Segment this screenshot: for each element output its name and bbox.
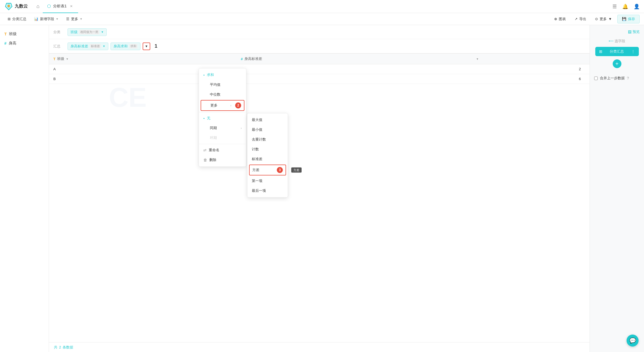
col-extra-sort-icon[interactable]: ▼	[476, 57, 479, 60]
save-icon: 💾	[622, 17, 626, 21]
main-layout: T 班级 # 身高 分类 班级 相同值为一类 ▼	[0, 25, 644, 352]
submenu-item-last[interactable]: 最后一项	[247, 186, 288, 196]
logo-text: 九数云	[15, 4, 28, 9]
save-button[interactable]: 💾 保存	[617, 15, 640, 23]
fields-panel: T 班级 # 身高	[0, 25, 49, 352]
submenu-dedup-label: 去重计数	[252, 137, 266, 142]
svg-point-2	[8, 5, 10, 7]
menu-item-sum[interactable]: ● 求和	[199, 70, 246, 80]
more-left-button[interactable]: ☰ 更多 ▼	[63, 15, 86, 23]
add-node-button[interactable]: +	[613, 59, 621, 68]
classify-summary-button[interactable]: ⊞ 分类汇总	[4, 15, 30, 23]
dropdown-trigger-button[interactable]: ▼	[143, 43, 150, 50]
col-class-sort-icon[interactable]: ▼	[66, 57, 69, 60]
preview-link[interactable]: 🖼 预览	[624, 28, 644, 35]
tab-icon: ⬡	[47, 4, 51, 9]
preview-label: 预览	[633, 29, 640, 34]
classify-tag-sub-label: 相同值为一类	[79, 30, 99, 34]
submenu-item-min[interactable]: 最小值	[247, 125, 288, 135]
menu-item-none[interactable]: ● 无	[199, 113, 246, 123]
more-right-label: 更多	[600, 17, 607, 22]
summary-tag-std-sub: 标准差	[90, 44, 101, 48]
right-panel: 🖼 预览 ⟵ 选字段 ⊞ 分类汇总 ⋮ + 合并上一步数据 ?	[590, 25, 644, 352]
submenu-first-label: 第一项	[252, 178, 262, 183]
logo-icon	[4, 2, 13, 11]
tab-analysis1[interactable]: ⬡ 分析表1 ✕	[43, 0, 78, 13]
chart-icon: ⊕	[554, 17, 557, 21]
more-right-button[interactable]: ⊙ 更多 ▼	[592, 15, 615, 23]
submenu-item-dedup[interactable]: 去重计数	[247, 135, 288, 144]
variance-tooltip: 方差	[291, 168, 302, 173]
submenu-item-variance[interactable]: 方差 3 方差	[249, 165, 286, 175]
add-field-button[interactable]: 📊 新增字段 ▼	[31, 15, 62, 23]
submenu-item-std[interactable]: 标准差	[247, 154, 288, 164]
more-right-arrow-icon: ▼	[608, 17, 612, 21]
field-item-class[interactable]: T 班级	[0, 29, 49, 39]
submenu-last-label: 最后一项	[252, 188, 266, 193]
notification-icon[interactable]: 🔔	[622, 4, 628, 10]
classify-node[interactable]: ⊞ 分类汇总 ⋮	[595, 47, 639, 56]
summary-tag-sum-sub: 求和	[129, 44, 137, 48]
logo: 九数云	[4, 2, 28, 11]
menu-delete-label: 删除	[209, 157, 216, 162]
menu-item-tongqi[interactable]: 同期 ›	[199, 123, 246, 133]
help-icon[interactable]: ?	[627, 76, 629, 80]
submenu-item-count[interactable]: 计数	[247, 144, 288, 154]
menu-item-more[interactable]: 更多 › 2	[201, 100, 244, 111]
summary-tag-std[interactable]: 身高标准差 标准差 ▼	[68, 43, 108, 50]
menu-icon[interactable]: ☰	[612, 4, 617, 10]
chart-label: 图表	[559, 17, 566, 22]
submenu-more: 最大值 最小值 去重计数 计数 标准差 方差 3 方差 第一项 最后一项	[247, 113, 288, 198]
submenu-variance-label: 方差	[252, 168, 259, 172]
summary-row-label: 汇总	[53, 44, 64, 49]
more-left-arrow-icon: ▼	[80, 17, 82, 20]
summary-tag-sum-label: 身高求和	[114, 44, 128, 49]
menu-huanqi-label: 环期	[210, 135, 217, 140]
menu-item-rename[interactable]: ⇄ 重命名	[199, 145, 246, 155]
col-height-std-header: # 身高标准差	[237, 54, 472, 64]
center-content: 分类 班级 相同值为一类 ▼ 汇总 身高标准差 标准差 ▼	[49, 25, 590, 352]
col-height-std-label: 身高标准差	[244, 56, 262, 61]
classify-tag-label: 班级	[70, 30, 78, 35]
col-class-header: T 班级 ▼	[49, 54, 237, 64]
submenu-std-label: 标准差	[252, 157, 262, 162]
table-header-row: T 班级 ▼ # 身高标准差	[49, 54, 590, 64]
footer-prefix: 共	[54, 345, 57, 350]
top-nav: 九数云 ⌂ ⬡ 分析表1 ✕ ☰ 🔔 👤	[0, 0, 644, 13]
user-icon[interactable]: 👤	[634, 4, 640, 10]
summary-tag-sum[interactable]: 身高求和 求和	[111, 43, 140, 50]
submenu-item-max[interactable]: 最大值	[247, 115, 288, 125]
chat-button[interactable]: 💬	[627, 335, 639, 347]
step2-badge: 2	[235, 102, 241, 108]
submenu-item-first[interactable]: 第一项	[247, 176, 288, 186]
home-icon[interactable]: ⌂	[33, 4, 43, 9]
step3-badge: 3	[277, 167, 283, 173]
trash-icon: 🗑	[203, 158, 207, 162]
bar-chart-icon: 📊	[34, 17, 38, 21]
preview-icon: 🖼	[628, 30, 631, 34]
summary-tags: 身高标准差 标准差 ▼ 身高求和 求和 ▼ 1	[68, 43, 157, 50]
menu-item-avg[interactable]: 平均值	[199, 80, 246, 90]
submenu-max-label: 最大值	[252, 117, 262, 122]
classify-row: 分类 班级 相同值为一类 ▼	[49, 25, 590, 39]
classify-row-label: 分类	[53, 30, 64, 35]
add-field-label: 新增字段	[40, 17, 54, 22]
cell-std-a	[237, 64, 472, 74]
tab-close-icon[interactable]: ✕	[69, 4, 74, 9]
export-button[interactable]: ↗ 导出	[571, 15, 590, 23]
active-dot-icon: ●	[203, 74, 205, 76]
col-extra-header: ▼	[472, 54, 590, 64]
classify-node-more-icon[interactable]: ⋮	[631, 49, 635, 54]
menu-item-delete[interactable]: 🗑 删除	[199, 155, 246, 165]
top-right-actions: ☰ 🔔 👤	[612, 4, 640, 10]
merge-checkbox[interactable]	[594, 77, 598, 80]
chart-button[interactable]: ⊕ 图表	[551, 15, 569, 23]
more-left-icon: ☰	[66, 17, 69, 21]
menu-item-median[interactable]: 中位数	[199, 90, 246, 99]
field-item-height[interactable]: # 身高	[0, 39, 49, 48]
classify-tag-class[interactable]: 班级 相同值为一类 ▼	[68, 28, 107, 36]
none-active-dot-icon: ●	[203, 117, 205, 120]
menu-median-label: 中位数	[210, 92, 220, 97]
menu-tongqi-label: 同期	[210, 126, 217, 131]
menu-none-label: 无	[207, 116, 210, 121]
